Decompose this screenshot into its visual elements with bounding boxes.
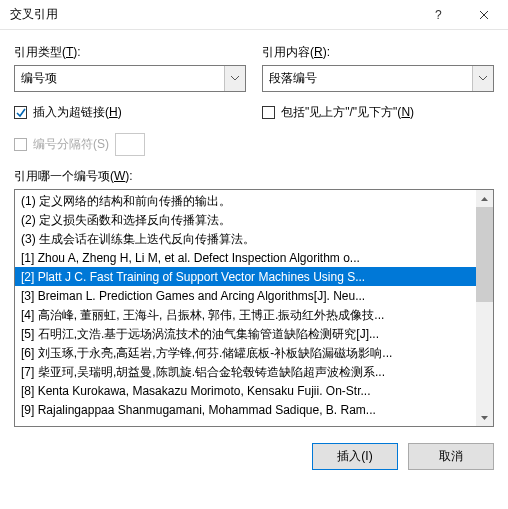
list-label: 引用哪一个编号项(W):: [14, 168, 494, 185]
scrollbar[interactable]: [476, 190, 493, 426]
hyperlink-checkbox-row[interactable]: 插入为超链接(H): [14, 104, 246, 121]
chevron-down-icon: [224, 66, 245, 91]
ref-type-value: 编号项: [15, 66, 224, 91]
scroll-track[interactable]: [476, 207, 493, 409]
list-item[interactable]: [8] Kenta Kurokawa, Masakazu Morimoto, K…: [15, 381, 476, 400]
separator-input: [115, 133, 145, 156]
window-title: 交叉引用: [10, 6, 416, 23]
chevron-down-icon: [472, 66, 493, 91]
scroll-thumb[interactable]: [476, 207, 493, 302]
scroll-down-icon[interactable]: [476, 409, 493, 426]
list-item[interactable]: [4] 高治峰, 董丽虹, 王海斗, 吕振林, 郭伟, 王博正.振动红外热成像技…: [15, 305, 476, 324]
cancel-button[interactable]: 取消: [408, 443, 494, 470]
insert-button[interactable]: 插入(I): [312, 443, 398, 470]
titlebar: 交叉引用 ?: [0, 0, 508, 30]
help-button[interactable]: ?: [416, 1, 461, 29]
svg-text:?: ?: [435, 9, 442, 21]
hyperlink-label: 插入为超链接(H): [33, 104, 122, 121]
list-item[interactable]: [9] Rajalingappaa Shanmugamani, Mohammad…: [15, 400, 476, 419]
list-item[interactable]: [6] 刘玉琢,于永亮,高廷岩,方学锋,何芬.储罐底板-补板缺陷漏磁场影响...: [15, 343, 476, 362]
reference-listbox[interactable]: (1) 定义网络的结构和前向传播的输出。(2) 定义损失函数和选择反向传播算法。…: [14, 189, 494, 427]
list-item[interactable]: [2] Platt J C. Fast Training of Support …: [15, 267, 476, 286]
list-item[interactable]: (3) 生成会话在训练集上迭代反向传播算法。: [15, 229, 476, 248]
ref-content-value: 段落编号: [263, 66, 472, 91]
list-item[interactable]: (2) 定义损失函数和选择反向传播算法。: [15, 210, 476, 229]
list-item[interactable]: [3] Breiman L. Prediction Games and Arci…: [15, 286, 476, 305]
ref-type-label: 引用类型(T):: [14, 44, 246, 61]
list-item[interactable]: [5] 石明江,文浩.基于远场涡流技术的油气集输管道缺陷检测研究[J]...: [15, 324, 476, 343]
include-checkbox-row[interactable]: 包括"见上方"/"见下方"(N): [262, 104, 494, 121]
separator-label: 编号分隔符(S): [33, 136, 109, 153]
checkbox-unchecked-icon: [262, 106, 275, 119]
scroll-up-icon[interactable]: [476, 190, 493, 207]
list-item[interactable]: [7] 柴亚珂,吴瑞明,胡益曼,陈凯旋.铝合金轮毂铸造缺陷超声波检测系...: [15, 362, 476, 381]
list-item[interactable]: [1] Zhou A, Zheng H, Li M, et al. Defect…: [15, 248, 476, 267]
ref-content-dropdown[interactable]: 段落编号: [262, 65, 494, 92]
ref-content-label: 引用内容(R):: [262, 44, 494, 61]
include-label: 包括"见上方"/"见下方"(N): [281, 104, 414, 121]
close-button[interactable]: [461, 1, 506, 29]
ref-type-dropdown[interactable]: 编号项: [14, 65, 246, 92]
checkbox-checked-icon: [14, 106, 27, 119]
list-item[interactable]: (1) 定义网络的结构和前向传播的输出。: [15, 191, 476, 210]
separator-checkbox: [14, 138, 27, 151]
